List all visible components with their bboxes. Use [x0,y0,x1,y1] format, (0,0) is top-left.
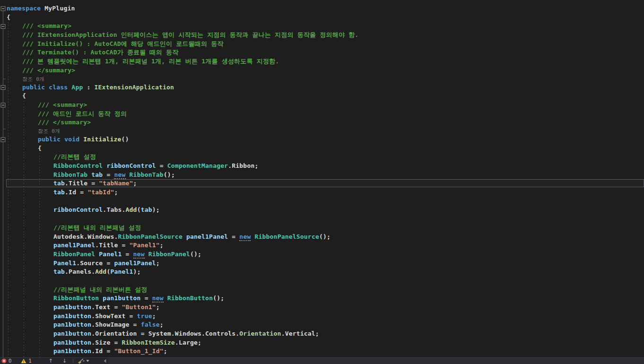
code-line[interactable]: //리본탭 설정 [0,153,644,162]
code-line[interactable] [0,277,644,286]
code-line[interactable]: pan1button.Id = "Button_1_Id"; [0,347,644,356]
code-token: //리본탭 내의 리본패널 설정 [53,224,141,231]
warning-count[interactable]: 1 [28,358,31,364]
code-token: .Size = [91,339,122,346]
triangle-exclamation-icon[interactable] [21,358,26,364]
arrow-up-icon[interactable]: ↑ [49,358,53,364]
code-line[interactable]: panel1Panel.Title = "Panel1"; [0,241,644,250]
code-token: ; [164,347,167,355]
code-line[interactable] [0,197,644,206]
arrow-down-icon[interactable]: ↓ [62,358,67,364]
code-line[interactable]: /// </summary> [0,118,644,127]
code-token: ; [156,260,160,267]
error-count[interactable]: 0 [9,358,11,364]
code-line[interactable]: { [0,92,644,101]
code-token: .Ribbon; [228,162,258,169]
code-token: .ShowText = [91,312,137,320]
code-line[interactable]: Autodesk.Windows.RibbonPanelSource panel… [0,233,644,242]
code-line[interactable]: /// <summary> [0,101,644,110]
code-token: /// IExtensionApplication 인터페이스는 앱이 시작되는… [22,31,358,38]
code-token: .Title = [95,242,129,249]
code-line[interactable]: pan1button.Size = RibbonItemSize.Large; [0,338,644,347]
code-token: RibbonItemSize [122,339,175,346]
code-line[interactable]: { [0,13,644,22]
code-token: ; [114,189,118,196]
code-line[interactable]: /// <summary> [0,22,644,31]
code-token: = [122,251,133,258]
code-line[interactable]: /// Initialize() : AutoCAD에 해당 애드인이 로드될때… [0,40,644,49]
code-token: (); [190,251,201,258]
code-line[interactable]: public void Initialize() [0,135,644,144]
broom-icon[interactable] [77,358,85,364]
code-token: .Title = [65,180,99,187]
code-line[interactable]: //리본탭 내의 리본패널 설정 [0,224,644,233]
code-line[interactable] [0,215,644,224]
code-token: panel1Panel [114,260,156,267]
code-token: "Button_1_Id" [114,347,163,355]
code-line[interactable]: RibbonControl ribbonControl = ComponentM… [0,162,644,171]
code-line[interactable]: tab.Id = "tabId"; [0,188,644,197]
code-token: .Source = [76,260,114,267]
code-token: ; [160,321,164,328]
code-token: .Large; [175,339,201,346]
code-line[interactable]: Panel1.Source = panel1Panel; [0,259,644,268]
code-token: Panel1 [95,251,122,258]
horizontal-scrollbar-track[interactable] [108,358,644,364]
code-line[interactable]: RibbonPanel Panel1 = new RibbonPanel(); [0,250,644,259]
code-token: (); [319,233,331,240]
code-token: "Button1" [122,303,156,311]
code-line[interactable]: pan1button.ShowText = true; [0,312,644,321]
code-token: panel1Panel [183,233,228,240]
code-editor[interactable]: namespace MyPlugin{/// <summary>/// IExt… [0,0,644,358]
codelens-line[interactable]: 참조 0개 [0,75,644,83]
code-token: ComponentManager [167,162,228,169]
code-token: tab [87,171,103,178]
code-token: tab [141,206,152,213]
code-line[interactable]: { [0,144,644,153]
code-line[interactable]: RibbonTab tab = new RibbonTab(); [0,171,644,180]
code-line[interactable]: RibbonButton pan1button = new RibbonButt… [0,294,644,303]
code-token: ribbonControl [103,162,156,169]
code-token: ; [156,303,160,311]
code-token: = [228,233,239,240]
code-token: ( [137,206,141,213]
code-line[interactable]: /// 애드인 로드시 동작 정의 [0,110,644,119]
code-line[interactable]: /// 본 템플릿에는 리본탭 1개, 리본패널 1개, 리본 버튼 1개를 생… [0,57,644,66]
code-line[interactable]: //리본패널 내의 리본버튼 설정 [0,286,644,295]
code-line[interactable]: pan1button.ShowImage = false; [0,321,644,329]
x-circle-icon[interactable] [1,358,7,364]
caret-down-icon[interactable] [86,360,89,362]
code-token: Panel1 [110,268,133,275]
codelens-line[interactable]: 참조 0개 [0,127,644,135]
code-token: new [239,233,251,241]
code-token: Orientation [239,330,281,337]
code-token: = [141,295,152,302]
code-line[interactable]: /// </summary> [0,66,644,75]
code-token: Autodesk.Windows. [53,233,118,240]
code-token: (); [213,295,224,302]
code-token: ; [152,312,156,320]
code-line[interactable]: /// Terminate() : AutoCAD가 종료될 때의 동작 [0,48,644,57]
code-area[interactable]: namespace MyPlugin{/// <summary>/// IExt… [0,4,644,358]
code-line[interactable]: namespace MyPlugin [0,4,644,13]
code-token: RibbonPanel [145,251,190,258]
code-line[interactable]: tab.Panels.Add(Panel1); [0,268,644,277]
code-token: "tabName" [99,180,133,187]
code-token: Add [126,206,137,213]
code-token: new [133,251,145,259]
code-token: //리본패널 내의 리본버튼 설정 [53,286,148,293]
code-line[interactable]: /// IExtensionApplication 인터페이스는 앱이 시작되는… [0,31,644,40]
code-token: Add [95,268,106,275]
code-token: RibbonTab [126,171,164,178]
triangle-left-icon[interactable] [104,359,106,363]
code-line[interactable]: pan1button.Orientation = System.Windows.… [0,329,644,338]
code-line[interactable]: tab.Title = "tabName"; [0,179,644,188]
code-token: false [141,321,160,328]
code-line[interactable]: pan1button.Text = "Button1"; [0,303,644,312]
code-line[interactable]: ribbonControl.Tabs.Add(tab); [0,206,644,215]
code-token: .ShowImage = [91,321,140,328]
code-token: = [156,162,167,169]
code-token: IExtensionApplication [95,84,174,91]
code-token: pan1button [99,295,140,302]
code-line[interactable]: public class App : IExtensionApplication [0,83,644,92]
